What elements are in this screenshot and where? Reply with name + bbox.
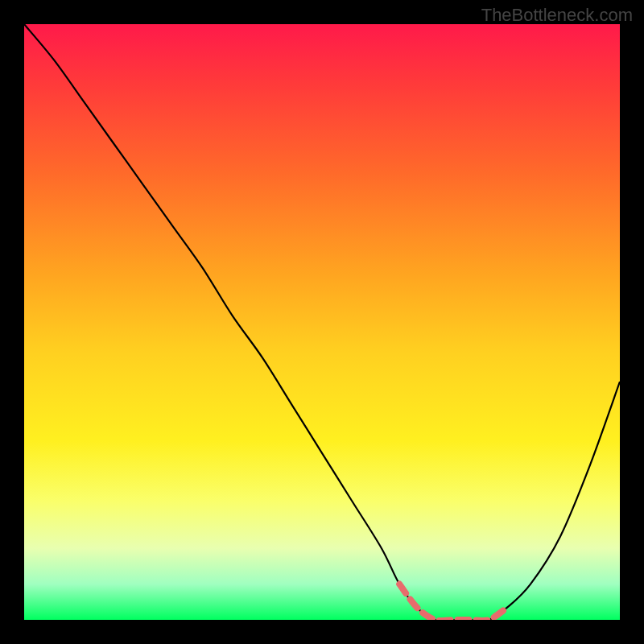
- chart-plot-area: [24, 24, 620, 620]
- curve-path: [24, 24, 620, 620]
- bottleneck-curve: [24, 24, 620, 620]
- watermark-text: TheBottleneck.com: [481, 5, 633, 26]
- optimal-range-highlight: [399, 584, 506, 620]
